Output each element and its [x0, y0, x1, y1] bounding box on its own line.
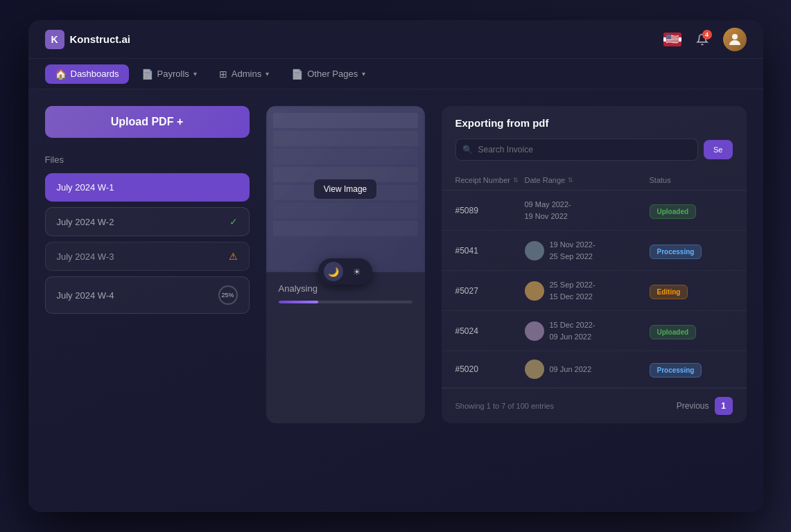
pdf-preview: View Image	[266, 106, 425, 272]
col-status: Status	[650, 176, 733, 184]
nav-item-other-pages[interactable]: 📄 Other Pages ▾	[281, 64, 375, 84]
nav-item-payrolls[interactable]: 📄 Payrolls ▾	[132, 64, 207, 84]
avatar	[525, 281, 544, 301]
status-badge-cell: Uploaded	[650, 204, 733, 217]
table-row[interactable]: #5041 19 Nov 2022-25 Sep 2022 Processing	[442, 231, 747, 271]
upload-pdf-button[interactable]: Upload PDF +	[45, 106, 250, 138]
left-panel: Upload PDF + Files July 2024 W-1 July 20…	[45, 106, 250, 423]
showing-text: Showing 1 to 7 of 100 entries	[455, 402, 554, 410]
progress-circle: 25%	[218, 285, 238, 305]
status-badge-cell: Uploaded	[650, 325, 733, 337]
home-icon: 🏠	[55, 69, 67, 80]
sort-arrows-icon[interactable]: ⇅	[513, 177, 519, 184]
date-range: 09 May 2022-19 Nov 2022	[525, 199, 571, 222]
search-button[interactable]: Se	[704, 140, 732, 159]
flag-icon[interactable]: 🇺🇸	[663, 33, 681, 46]
progress-bar-fill	[279, 301, 319, 303]
status-badge-cell: Processing	[650, 245, 733, 257]
admins-chevron-icon: ▾	[266, 70, 269, 78]
analysing-label: Analysing	[279, 283, 412, 294]
payrolls-chevron-icon: ▾	[193, 70, 197, 78]
center-panel: View Image 🌙 ☀ Analysing	[266, 106, 425, 423]
receipt-number: #5027	[455, 286, 525, 296]
other-pages-icon: 📄	[291, 69, 303, 80]
avatar[interactable]	[723, 28, 747, 51]
file-name: July 2024 W-3	[57, 251, 114, 262]
avatar	[525, 360, 544, 379]
preview-card: View Image 🌙 ☀ Analysing	[266, 106, 425, 423]
payrolls-icon: 📄	[141, 69, 153, 80]
table-footer: Showing 1 to 7 of 100 entries Previous 1	[442, 388, 747, 423]
avatar	[525, 241, 544, 260]
search-input[interactable]	[455, 139, 699, 161]
header-right: 🇺🇸 4	[663, 28, 747, 51]
notification-badge: 4	[702, 30, 712, 39]
app-window: K Konstruct.ai 🇺🇸 4 🏠 Dashboards 📄	[28, 20, 763, 512]
date-cell: 25 Sep 2022-15 Dec 2022	[525, 279, 650, 302]
notification-button[interactable]: 4	[691, 28, 713, 51]
progress-bar	[279, 301, 412, 303]
file-name: July 2024 W-4	[57, 290, 114, 301]
date-cell: 19 Nov 2022-25 Sep 2022	[525, 239, 650, 262]
previous-button[interactable]: Previous	[677, 401, 709, 411]
check-icon: ✓	[229, 216, 238, 227]
status-badge: Processing	[650, 363, 702, 378]
files-section: Files July 2024 W-1 July 2024 W-2 ✓ July…	[45, 154, 250, 314]
pagination: Previous 1	[677, 397, 733, 415]
logo-area: K Konstruct.ai	[45, 30, 131, 49]
table-row[interactable]: #5024 15 Dec 2022-09 Jun 2022 Uploaded	[442, 311, 747, 351]
table-row[interactable]: #5089 09 May 2022-19 Nov 2022 Uploaded	[442, 190, 747, 231]
nav-bar: 🏠 Dashboards 📄 Payrolls ▾ ⊞ Admins ▾ 📄 O…	[28, 59, 763, 89]
sort-arrows-date-icon[interactable]: ⇅	[568, 177, 573, 184]
right-card: Exporting from pdf 🔍 Se Receipt Number	[442, 106, 747, 423]
svg-point-0	[732, 34, 738, 39]
logo-text: Konstruct.ai	[70, 33, 131, 45]
date-range: 25 Sep 2022-15 Dec 2022	[550, 279, 596, 302]
theme-toggle: 🌙 ☀	[318, 258, 372, 285]
list-item[interactable]: July 2024 W-3 ⚠	[45, 242, 250, 271]
table-row[interactable]: #5020 09 Jun 2022 Processing	[442, 351, 747, 388]
main-content: Upload PDF + Files July 2024 W-1 July 20…	[28, 89, 763, 440]
warning-icon: ⚠	[229, 251, 238, 262]
date-range: 09 Jun 2022	[550, 364, 592, 375]
status-badge: Uploaded	[650, 325, 697, 339]
receipt-number: #5020	[455, 364, 525, 374]
page-number[interactable]: 1	[715, 397, 733, 415]
light-mode-button[interactable]: ☀	[347, 262, 367, 281]
col-receipt-number: Receipt Number ⇅	[455, 176, 525, 184]
nav-item-dashboards[interactable]: 🏠 Dashboards	[45, 64, 129, 84]
search-input-wrap: 🔍	[455, 139, 699, 161]
files-label: Files	[45, 154, 250, 165]
header: K Konstruct.ai 🇺🇸 4	[28, 20, 763, 59]
file-name: July 2024 W-2	[57, 217, 114, 227]
col-date-range: Date Range ⇅	[525, 176, 650, 184]
file-name: July 2024 W-1	[57, 182, 114, 193]
right-card-header: Exporting from pdf 🔍 Se	[442, 106, 747, 161]
status-badge-cell: Processing	[650, 363, 733, 375]
exporting-title: Exporting from pdf	[455, 117, 733, 129]
view-image-button[interactable]: View Image	[313, 179, 377, 200]
status-badge: Uploaded	[650, 204, 697, 219]
list-item[interactable]: July 2024 W-2 ✓	[45, 207, 250, 236]
search-icon: 🔍	[462, 145, 473, 154]
date-cell: 09 Jun 2022	[525, 360, 650, 379]
table-row[interactable]: #5027 25 Sep 2022-15 Dec 2022 Editing	[442, 271, 747, 311]
table-header: Receipt Number ⇅ Date Range ⇅ Status	[442, 170, 747, 190]
date-cell: 15 Dec 2022-09 Jun 2022	[525, 319, 650, 342]
right-panel: Exporting from pdf 🔍 Se Receipt Number	[442, 106, 747, 423]
list-item[interactable]: July 2024 W-1	[45, 173, 250, 202]
date-range: 19 Nov 2022-25 Sep 2022	[550, 239, 596, 262]
other-pages-chevron-icon: ▾	[362, 70, 365, 78]
logo-icon: K	[45, 30, 64, 49]
date-range: 15 Dec 2022-09 Jun 2022	[550, 319, 596, 342]
avatar	[525, 321, 544, 341]
status-badge: Editing	[650, 285, 688, 299]
status-badge: Processing	[650, 245, 702, 259]
nav-item-admins[interactable]: ⊞ Admins ▾	[209, 64, 279, 84]
list-item[interactable]: July 2024 W-4 25%	[45, 276, 250, 314]
receipt-number: #5041	[455, 246, 525, 256]
status-badge-cell: Editing	[650, 285, 733, 297]
dark-mode-button[interactable]: 🌙	[324, 262, 343, 281]
invoice-table: Receipt Number ⇅ Date Range ⇅ Status	[442, 170, 747, 388]
admins-icon: ⊞	[219, 69, 227, 80]
